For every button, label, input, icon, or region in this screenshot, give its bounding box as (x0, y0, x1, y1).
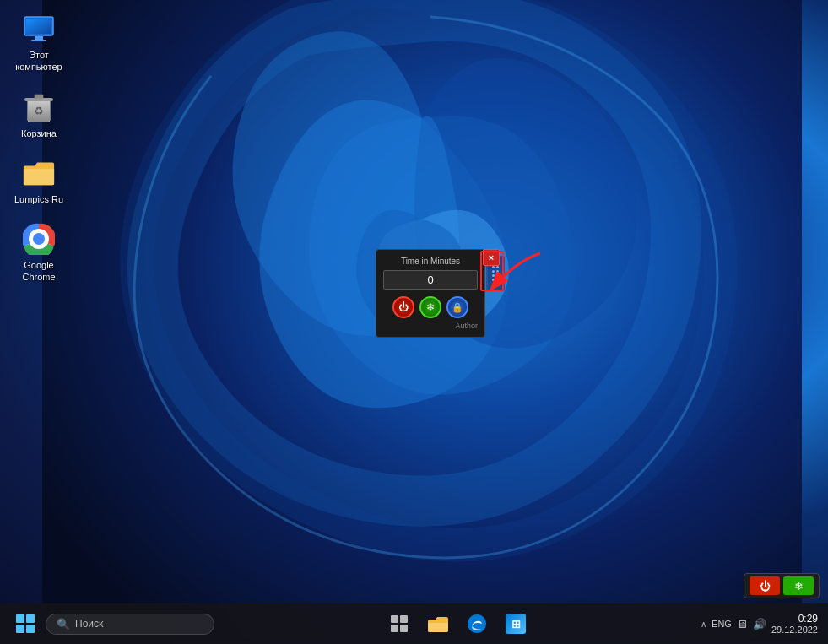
desktop-icons: Этот компьютер ♻ (8, 8, 69, 287)
calc-dot (492, 266, 495, 268)
chrome-icon (22, 222, 56, 256)
recycle-icon: ♻ (22, 90, 56, 124)
tray-network-icon[interactable]: 🖥 (737, 618, 748, 630)
svg-rect-15 (26, 614, 35, 623)
taskview-icon (390, 614, 409, 633)
calc-dot (492, 270, 495, 273)
taskbar-app-icons: ⊞ (214, 607, 701, 641)
tray-widget: ⏻ ❄ (744, 573, 820, 598)
lumpics-icon-label: Lumpics Ru (14, 193, 63, 205)
svg-rect-16 (16, 625, 24, 633)
network-icon: 🖥 (737, 618, 748, 630)
desktop-icon-computer[interactable]: Этот компьютер (8, 8, 69, 77)
timer-popup: Time in Minutes ⏻ ❄ 🔒 Author (376, 249, 485, 338)
calc-dot (496, 270, 499, 273)
volume-icon: 🔊 (753, 618, 766, 630)
timer-author-label: Author (383, 322, 478, 330)
close-icon: × (489, 252, 494, 262)
calc-dots-row1 (492, 266, 499, 268)
tray-volume-icon[interactable]: 🔊 (753, 618, 766, 630)
svg-rect-8 (35, 95, 43, 99)
windows-logo-icon (15, 614, 35, 634)
taskbar-search[interactable]: 🔍 Поиск (46, 614, 214, 635)
svg-text:♻: ♻ (34, 105, 44, 117)
clock-time: 0:29 (771, 613, 818, 625)
calc-dots-row2 (492, 270, 499, 273)
timer-buttons: ⏻ ❄ 🔒 (383, 296, 478, 318)
timer-title: Time in Minutes (383, 257, 478, 266)
taskbar-explorer-button[interactable] (421, 607, 455, 641)
calc-dot (496, 279, 499, 281)
clock-date: 29.12.2022 (771, 625, 818, 635)
desktop: Этот компьютер ♻ (0, 0, 828, 644)
desktop-icon-lumpics[interactable]: Lumpics Ru (8, 153, 69, 208)
svg-rect-14 (16, 614, 24, 623)
chrome-icon-label: Google Chrome (12, 259, 66, 284)
tray-lang[interactable]: ENG (712, 619, 732, 629)
svg-rect-19 (400, 615, 408, 623)
tray-snowflake-button[interactable]: ❄ (783, 576, 814, 595)
timer-lock-button[interactable]: 🔒 (446, 296, 468, 318)
search-icon: 🔍 (57, 618, 70, 630)
svg-rect-18 (391, 615, 398, 623)
calc-dot (496, 274, 499, 277)
clock-area[interactable]: 0:29 29.12.2022 (771, 613, 818, 635)
desktop-icon-chrome[interactable]: Google Chrome (8, 219, 69, 287)
taskbar: 🔍 Поиск (0, 603, 828, 644)
computer-icon (22, 12, 56, 46)
folder-icon (22, 156, 56, 190)
taskbar-edge-button[interactable] (460, 607, 494, 641)
calc-dot (496, 266, 499, 268)
tray-power-button[interactable]: ⏻ (750, 576, 780, 595)
desktop-icon-recycle[interactable]: ♻ Корзина (8, 87, 69, 143)
svg-rect-2 (26, 19, 51, 34)
taskbar-store-button[interactable]: ⊞ (499, 607, 533, 641)
svg-rect-3 (35, 36, 43, 40)
timer-input[interactable] (383, 270, 478, 290)
recycle-icon-label: Корзина (21, 127, 57, 139)
svg-rect-20 (391, 625, 398, 632)
svg-text:⊞: ⊞ (511, 618, 521, 630)
explorer-icon (427, 614, 449, 633)
popup-close-button[interactable]: × (483, 249, 500, 266)
svg-point-12 (33, 233, 45, 245)
timer-snowflake-button[interactable]: ❄ (419, 296, 441, 318)
calc-dot (492, 274, 495, 277)
taskbar-tray: ∧ ENG 🖥 🔊 0:29 29.12.2022 (701, 613, 818, 635)
search-placeholder: Поиск (75, 618, 103, 630)
svg-rect-17 (26, 625, 35, 633)
calc-dots-row4 (492, 279, 499, 281)
calc-dots-row3 (492, 274, 499, 277)
svg-rect-4 (31, 40, 46, 41)
taskbar-taskview-button[interactable] (382, 607, 416, 641)
edge-icon (467, 614, 487, 634)
calc-dot (492, 279, 495, 281)
start-button[interactable] (12, 610, 39, 637)
tray-chevron-icon[interactable]: ∧ (701, 620, 706, 629)
store-icon: ⊞ (506, 614, 526, 634)
timer-power-button[interactable]: ⏻ (392, 296, 414, 318)
computer-icon-label: Этот компьютер (12, 49, 66, 73)
svg-rect-21 (400, 625, 408, 632)
